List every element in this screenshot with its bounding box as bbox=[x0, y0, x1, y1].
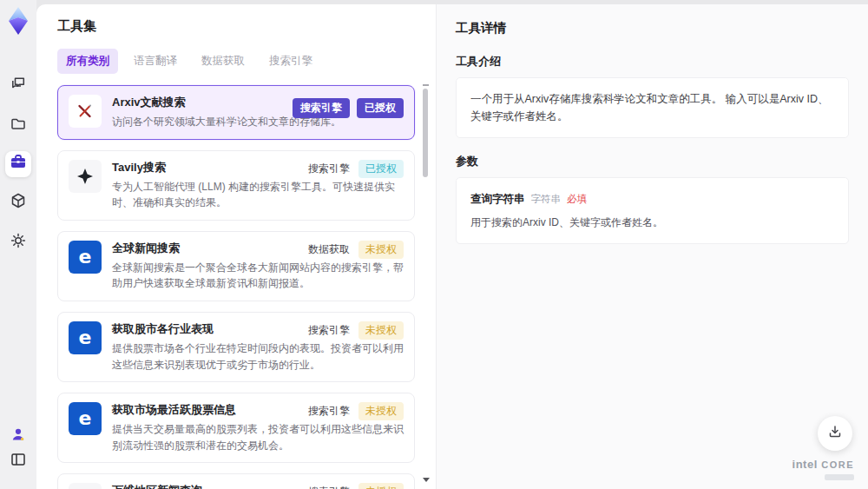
sidebar-item-user[interactable] bbox=[8, 426, 29, 446]
sidebar-item-chat[interactable] bbox=[8, 75, 29, 96]
tavily-icon bbox=[69, 160, 102, 193]
tool-card[interactable]: Tavily搜索 专为人工智能代理 (LLM) 构建的搜索引擎工具。可快速提供实… bbox=[57, 150, 415, 221]
download-button[interactable] bbox=[818, 416, 852, 451]
details-title: 工具详情 bbox=[456, 20, 849, 36]
tool-card[interactable]: e 全球新闻搜索 全球新闻搜索是一个聚合全球各大新闻网站内容的搜索引擎，帮助用户… bbox=[57, 231, 415, 301]
gear-icon bbox=[10, 232, 27, 253]
param-name: 查询字符串 bbox=[470, 190, 525, 208]
tool-list: Arxiv文献搜索 访问各个研究领域大量科学论文和文章的存储库。 搜索引擎 已授… bbox=[57, 85, 415, 489]
intel-wordmark: intel bbox=[792, 458, 818, 471]
param-type: 字符串 bbox=[531, 191, 562, 207]
tab-2[interactable]: 数据获取 bbox=[193, 49, 253, 74]
tool-card[interactable]: e 获取市场最活跃股票信息 提供当天交易量最高的股票列表，投资者可以利用这些信息… bbox=[57, 393, 415, 463]
news-icon: e bbox=[69, 241, 102, 274]
tool-auth-badge: 已授权 bbox=[357, 98, 404, 118]
stock-icon: e bbox=[69, 321, 102, 354]
sidebar-item-settings[interactable] bbox=[8, 232, 29, 253]
tool-card[interactable]: Arxiv文献搜索 访问各个研究领域大量科学论文和文章的存储库。 搜索引擎 已授… bbox=[57, 85, 415, 140]
tool-card[interactable]: 万维地区新闻查询 查询具体行政区划内的新闻，快速了解各地新闻动 搜索引擎 未授权 bbox=[57, 473, 415, 489]
app-logo[interactable] bbox=[5, 5, 31, 40]
briefcase-icon bbox=[9, 153, 28, 175]
tool-description: 专为人工智能代理 (LLM) 构建的搜索引擎工具。可快速提供实时、准确和真实的结… bbox=[112, 179, 404, 211]
download-icon bbox=[827, 424, 843, 443]
tool-category-label: 搜索引擎 bbox=[308, 323, 350, 338]
param-description: 用于搜索的Arxiv ID、关键字或作者姓名。 bbox=[470, 215, 834, 231]
app-sidebar bbox=[0, 0, 36, 489]
tool-description: 提供股票市场各个行业在特定时间段内的表现。投资者可以利用这些信息来识别表现优于或… bbox=[112, 340, 404, 373]
main-panel: 工具集 所有类别 语言翻译 数据获取 搜索引擎 Arxiv文献搜索 访问各个研究… bbox=[36, 4, 868, 489]
tool-intro-box: 一个用于从Arxiv存储库搜索科学论文和文章的工具。 输入可以是Arxiv ID… bbox=[456, 77, 849, 138]
building-icon bbox=[69, 483, 102, 489]
scrollbar-thumb[interactable] bbox=[423, 89, 428, 177]
tool-auth-badge: 未授权 bbox=[358, 241, 404, 259]
tool-card[interactable]: e 获取股市各行业表现 提供股票市场各个行业在特定时间段内的表现。投资者可以利用… bbox=[57, 312, 415, 382]
param-required-badge: 必填 bbox=[567, 191, 587, 207]
tool-auth-badge: 未授权 bbox=[358, 402, 404, 420]
tool-auth-badge: 未授权 bbox=[358, 483, 404, 489]
tool-details-pane: 工具详情 工具介绍 一个用于从Arxiv存储库搜索科学论文和文章的工具。 输入可… bbox=[436, 4, 868, 489]
chat-icon bbox=[10, 75, 27, 96]
page-title: 工具集 bbox=[57, 18, 436, 35]
tool-description: 全球新闻搜索是一个聚合全球各大新闻网站内容的搜索引擎，帮助用户快速获取全球最新资… bbox=[112, 260, 404, 292]
cube-icon bbox=[10, 192, 27, 213]
sidebar-item-collapse[interactable] bbox=[8, 451, 29, 472]
tool-description: 提供当天交易量最高的股票列表，投资者可以利用这些信息来识别流动性强的股票和潜在的… bbox=[112, 421, 404, 453]
tool-category-label: 搜索引擎 bbox=[308, 162, 350, 176]
intel-core-logo: intel CORE bbox=[792, 456, 854, 480]
tool-category-label: 搜索引擎 bbox=[308, 404, 350, 419]
tool-auth-badge: 已授权 bbox=[358, 160, 404, 178]
list-scrollbar[interactable] bbox=[422, 74, 430, 487]
scrollbar-up-arrow[interactable] bbox=[423, 84, 429, 86]
scrollbar-down-arrow[interactable] bbox=[423, 478, 430, 482]
tab-3[interactable]: 搜索引擎 bbox=[260, 49, 321, 74]
sidebar-item-tools-active[interactable] bbox=[5, 151, 31, 177]
tool-category-label: 数据获取 bbox=[308, 242, 350, 257]
category-tabs: 所有类别 语言翻译 数据获取 搜索引擎 bbox=[57, 49, 436, 74]
arxiv-icon bbox=[69, 95, 102, 128]
tool-category-label: 搜索引擎 bbox=[293, 98, 350, 118]
intel-sub-badge bbox=[825, 474, 854, 480]
folder-icon bbox=[10, 116, 27, 136]
core-wordmark: CORE bbox=[821, 459, 854, 470]
tab-all-categories[interactable]: 所有类别 bbox=[57, 49, 118, 74]
intro-heading: 工具介绍 bbox=[456, 54, 849, 69]
param-box: 查询字符串 字符串 必填 用于搜索的Arxiv ID、关键字或作者姓名。 bbox=[456, 177, 849, 244]
tool-auth-badge: 未授权 bbox=[358, 321, 404, 340]
tab-1[interactable]: 语言翻译 bbox=[125, 49, 186, 74]
user-avatar-icon bbox=[10, 426, 27, 446]
tool-category-label: 搜索引擎 bbox=[308, 485, 350, 489]
params-heading: 参数 bbox=[456, 154, 849, 169]
sidebar-item-packages[interactable] bbox=[8, 192, 29, 213]
sidebar-item-files[interactable] bbox=[8, 116, 29, 136]
stock-icon: e bbox=[69, 402, 102, 435]
panel-collapse-icon bbox=[10, 451, 27, 472]
tool-list-pane: 工具集 所有类别 语言翻译 数据获取 搜索引擎 Arxiv文献搜索 访问各个研究… bbox=[36, 4, 436, 489]
